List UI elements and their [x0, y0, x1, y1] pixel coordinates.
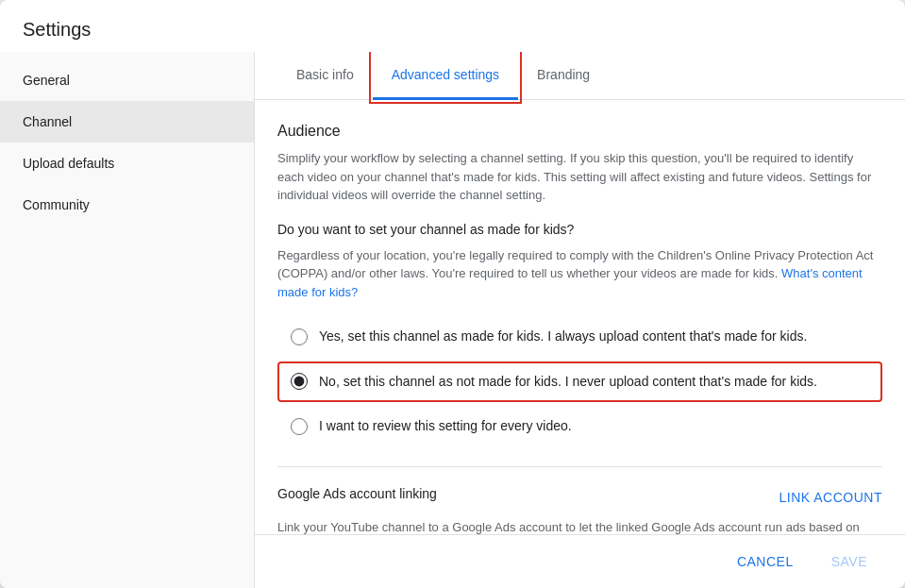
- legal-text: Regardless of your location, you're lega…: [277, 246, 882, 302]
- sidebar-item-community[interactable]: Community: [0, 184, 254, 226]
- audience-description: Simplify your workflow by selecting a ch…: [277, 149, 882, 205]
- main-content: General Channel Upload defaults Communit…: [0, 52, 905, 588]
- right-panel: Basic info Advanced settings Branding Au…: [255, 52, 905, 588]
- radio-yes-input[interactable]: [291, 328, 308, 345]
- sidebar-item-channel[interactable]: Channel: [0, 101, 254, 143]
- radio-review-input[interactable]: [291, 418, 308, 435]
- radio-no-input[interactable]: [291, 373, 308, 390]
- link-account-button[interactable]: LINK ACCOUNT: [779, 486, 882, 509]
- google-ads-section: Google Ads account linking LINK ACCOUNT: [277, 486, 882, 509]
- tab-advanced-settings[interactable]: Advanced settings: [373, 52, 518, 100]
- sidebar: General Channel Upload defaults Communit…: [0, 52, 255, 588]
- google-ads-title: Google Ads account linking: [277, 486, 437, 501]
- radio-no-label: No, set this channel as not made for kid…: [319, 373, 817, 392]
- sidebar-item-upload-defaults[interactable]: Upload defaults: [0, 143, 254, 184]
- tab-basic-info[interactable]: Basic info: [277, 52, 373, 100]
- settings-window: Settings General Channel Upload defaults…: [0, 0, 905, 588]
- tab-branding[interactable]: Branding: [518, 52, 609, 100]
- content-area: Audience Simplify your workflow by selec…: [255, 100, 905, 534]
- google-ads-description: Link your YouTube channel to a Google Ad…: [277, 518, 882, 534]
- page-title: Settings: [0, 0, 905, 52]
- kids-question: Do you want to set your channel as made …: [277, 222, 882, 237]
- tabs-bar: Basic info Advanced settings Branding: [255, 52, 905, 100]
- footer: CANCEL SAVE: [255, 534, 905, 588]
- radio-option-no[interactable]: No, set this channel as not made for kid…: [277, 361, 882, 403]
- section-divider: [277, 466, 882, 467]
- radio-option-yes[interactable]: Yes, set this channel as made for kids. …: [277, 316, 882, 358]
- save-button[interactable]: SAVE: [816, 546, 882, 577]
- radio-option-review[interactable]: I want to review this setting for every …: [277, 406, 882, 447]
- radio-yes-label: Yes, set this channel as made for kids. …: [319, 328, 807, 346]
- radio-review-label: I want to review this setting for every …: [319, 417, 572, 436]
- cancel-button[interactable]: CANCEL: [722, 546, 809, 577]
- sidebar-item-general[interactable]: General: [0, 59, 254, 101]
- audience-section-title: Audience: [277, 123, 882, 140]
